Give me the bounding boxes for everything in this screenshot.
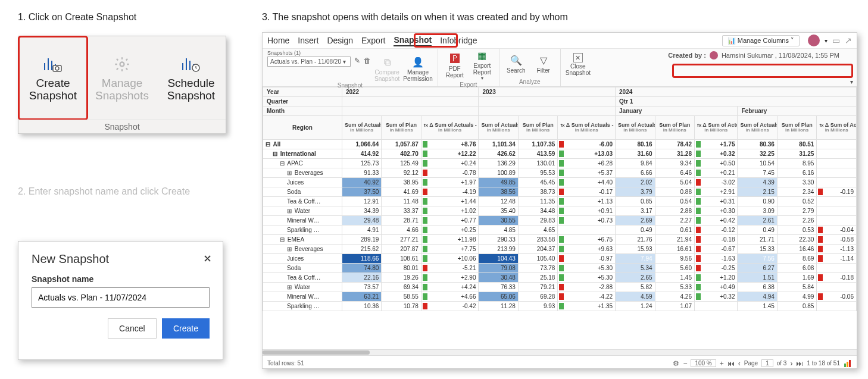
- snapshot-name-label: Snapshot name: [32, 274, 210, 284]
- last-page-icon[interactable]: ⏭: [796, 359, 803, 368]
- search-icon: 🔍: [510, 55, 522, 67]
- table-row[interactable]: ⊟ All1,066.641,057.87+8.761,101.341,107.…: [263, 140, 857, 149]
- tab-home[interactable]: Home: [267, 36, 289, 45]
- expand-icon[interactable]: ⊞: [287, 208, 293, 214]
- chevron-down-icon[interactable]: ▾: [825, 37, 828, 44]
- row-label: ⊟ All: [263, 140, 342, 149]
- first-page-icon[interactable]: ⏮: [728, 359, 735, 368]
- close-snapshot-label: Close Snapshot: [566, 63, 591, 76]
- bar-chart-icon[interactable]: [844, 360, 852, 367]
- table-row[interactable]: Tea & Coff…12.9111.48+1.4412.4811.35+1.1…: [263, 197, 857, 206]
- table-row[interactable]: Soda74.8080.01-5.2179.0873.78+5.305.345.…: [263, 264, 857, 273]
- cell: 65.06: [479, 292, 518, 302]
- avatar[interactable]: [808, 35, 820, 46]
- cell: 426.62: [479, 149, 518, 159]
- table-row[interactable]: Soda37.5041.69-4.1938.5638.73-0.173.790.…: [263, 187, 857, 197]
- prev-page-icon[interactable]: ‹: [738, 359, 741, 368]
- row-label: ⊞ Water: [263, 206, 342, 216]
- edit-icon[interactable]: ✎: [354, 57, 360, 65]
- cell: 10.36: [342, 302, 381, 311]
- cell: 6.16: [777, 168, 816, 178]
- create-button[interactable]: Create: [162, 318, 210, 339]
- cell: +6.28: [558, 159, 616, 168]
- gear-icon[interactable]: ⚙: [673, 359, 679, 368]
- delete-icon[interactable]: 🗑: [364, 57, 371, 65]
- cell: 9.84: [616, 159, 655, 168]
- search-button[interactable]: 🔍 Search: [504, 55, 528, 74]
- tab-export[interactable]: Export: [361, 36, 385, 45]
- export-report-button[interactable]: ▦ Export Report▾: [470, 50, 494, 82]
- cell: 76.33: [479, 283, 518, 292]
- expand-icon[interactable]: ⊟: [280, 160, 286, 167]
- row-label: Sparkling …: [263, 302, 342, 311]
- tab-snapshot[interactable]: Snapshot: [394, 35, 432, 46]
- zoom-in-icon[interactable]: +: [720, 359, 724, 368]
- cell: [817, 216, 857, 225]
- table-row[interactable]: ⊞ Beverages91.3392.12-0.78100.8995.53+5.…: [263, 168, 857, 178]
- snapshot-name-input[interactable]: [32, 287, 210, 308]
- tab-infobridge[interactable]: Infobridge: [440, 36, 477, 45]
- status-bar: Total rows: 51 ⚙ − 100 % + ⏮ ‹ Page 1 of…: [263, 355, 857, 369]
- cell: 35.40: [479, 206, 518, 216]
- cell: 290.33: [479, 235, 518, 245]
- schedule-snapshot-button[interactable]: Schedule Snapshot: [157, 36, 226, 120]
- tab-insert[interactable]: Insert: [298, 36, 319, 45]
- close-icon[interactable]: ✕: [203, 252, 212, 265]
- cell: 6.38: [738, 283, 777, 292]
- cell: -0.78: [421, 168, 479, 178]
- cell: [817, 168, 857, 178]
- cell: 0.88: [655, 187, 694, 197]
- table-row[interactable]: Sparkling …4.914.66+0.254.854.650.490.61…: [263, 225, 857, 235]
- expand-icon[interactable]: ⊞: [287, 246, 293, 252]
- manage-snapshots-button[interactable]: Manage Snapshots: [88, 36, 157, 120]
- cell: [694, 302, 738, 311]
- table-row[interactable]: Juices40.9238.95+1.9749.8545.45+4.402.02…: [263, 178, 857, 187]
- table-row[interactable]: Juices118.66108.61+10.06104.43105.40-0.9…: [263, 254, 857, 264]
- table-row[interactable]: ⊟ EMEA289.19277.21+11.98290.33283.58+6.7…: [263, 235, 857, 245]
- expand-icon[interactable]: ⊟: [280, 236, 286, 243]
- table-row[interactable]: ⊞ Beverages215.62207.87+7.75213.99204.37…: [263, 245, 857, 254]
- cell: 80.01: [382, 264, 421, 273]
- table-row[interactable]: Mineral W…63.2158.55+4.6665.0669.28-4.22…: [263, 292, 857, 302]
- close-snapshot-icon: ✕: [573, 53, 583, 62]
- cell: +1.35: [558, 302, 616, 311]
- chevron-down-icon[interactable]: ▾: [847, 77, 857, 86]
- cell: 125.49: [382, 159, 421, 168]
- manage-columns-button[interactable]: 📊 Manage Columns ˅: [722, 35, 800, 46]
- cell: 41.69: [382, 187, 421, 197]
- table-row[interactable]: Sparkling …10.3610.78-0.4211.289.93+1.35…: [263, 302, 857, 311]
- pdf-report-button[interactable]: 🅿 PDF Report: [443, 53, 467, 79]
- table-row[interactable]: Tea & Coff…22.1619.26+2.9030.4825.18+5.3…: [263, 273, 857, 283]
- cancel-button[interactable]: Cancel: [108, 318, 157, 339]
- expand-icon[interactable]: ⊞: [287, 284, 293, 290]
- manage-permission-button[interactable]: 👤 Manage Permission: [403, 57, 432, 82]
- compare-snapshot-button[interactable]: ⧉ Compare Snapshot: [374, 57, 399, 82]
- cell: +11.98: [421, 235, 479, 245]
- window-min-icon[interactable]: ▭: [832, 36, 840, 45]
- snapshot-select[interactable]: Actuals vs. Plan - 11/08/20 ▾: [267, 57, 351, 67]
- next-page-icon[interactable]: ›: [790, 359, 792, 368]
- close-snapshot-button[interactable]: ✕ Close Snapshot: [566, 53, 591, 76]
- zoom-out-icon[interactable]: −: [683, 359, 687, 368]
- cell: 79.21: [518, 283, 557, 292]
- table-row[interactable]: Mineral W…29.4828.71+0.7730.5529.83+0.73…: [263, 216, 857, 225]
- window-close-icon[interactable]: ↗: [845, 36, 852, 45]
- cell: -0.06: [817, 292, 857, 302]
- expand-icon[interactable]: ⊟: [273, 151, 279, 157]
- cell: +5.30: [558, 264, 616, 273]
- table-row[interactable]: ⊟ International414.92402.70+12.22426.624…: [263, 149, 857, 159]
- cell: +0.24: [421, 159, 479, 168]
- table-row[interactable]: ⊞ Water73.5769.34+4.2476.3379.21-2.885.8…: [263, 283, 857, 292]
- expand-icon[interactable]: ⊟: [266, 141, 271, 148]
- table-row[interactable]: ⊞ Water34.3933.37+1.0235.4034.48+0.913.1…: [263, 206, 857, 216]
- step-1-label: 1. Click on Create Snapshot: [18, 12, 136, 23]
- cell: 79.08: [479, 264, 518, 273]
- expand-icon[interactable]: ⊞: [287, 170, 293, 176]
- create-snapshot-button[interactable]: Create Snapshot: [18, 36, 88, 120]
- table-row[interactable]: ⊟ APAC125.73125.49+0.24136.29130.01+6.28…: [263, 159, 857, 168]
- cell: 1.69: [777, 273, 816, 283]
- tab-design[interactable]: Design: [327, 36, 353, 45]
- cell: 6.66: [616, 168, 655, 178]
- filter-button[interactable]: ▽ Filter: [532, 55, 555, 74]
- horizontal-scrollbar[interactable]: [263, 349, 857, 355]
